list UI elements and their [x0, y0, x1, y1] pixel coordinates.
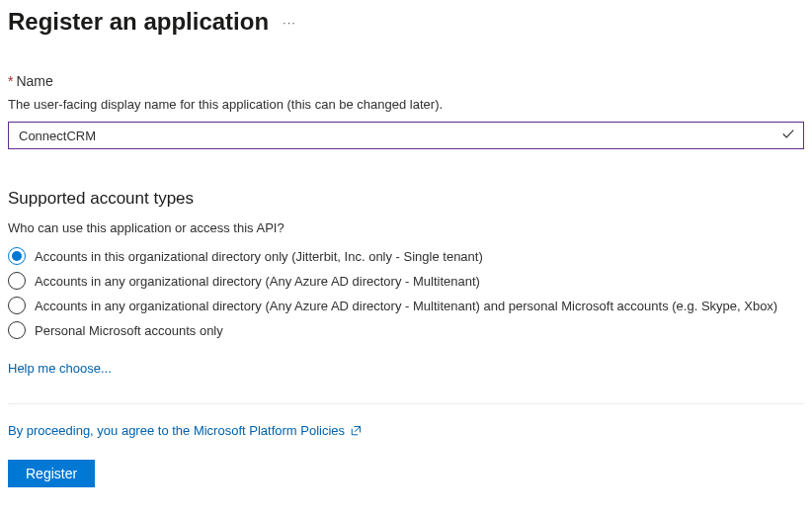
account-types-radio-group: Accounts in this organizational director…	[8, 247, 804, 339]
name-label-text: Name	[16, 73, 52, 89]
page-header: Register an application ···	[8, 8, 804, 36]
account-type-option-2[interactable]: Accounts in any organizational directory…	[8, 297, 804, 314]
radio-label: Accounts in any organizational directory…	[35, 274, 480, 289]
name-input[interactable]	[8, 122, 804, 149]
account-type-option-3[interactable]: Personal Microsoft accounts only	[8, 321, 804, 339]
more-icon[interactable]: ···	[283, 15, 296, 30]
radio-icon	[8, 321, 26, 339]
radio-icon	[8, 297, 26, 314]
help-me-choose-link[interactable]: Help me choose...	[8, 361, 112, 376]
radio-icon	[8, 247, 26, 265]
consent-row: By proceeding, you agree to the Microsof…	[8, 422, 804, 438]
platform-policies-link[interactable]: By proceeding, you agree to the Microsof…	[8, 423, 362, 438]
account-type-option-0[interactable]: Accounts in this organizational director…	[8, 247, 804, 265]
name-input-wrap	[8, 122, 804, 149]
radio-icon	[8, 272, 26, 290]
account-type-option-1[interactable]: Accounts in any organizational directory…	[8, 272, 804, 290]
radio-label: Personal Microsoft accounts only	[35, 323, 223, 338]
radio-label: Accounts in this organizational director…	[35, 249, 483, 264]
account-types-help: Who can use this application or access t…	[8, 220, 804, 235]
divider	[8, 403, 804, 404]
account-types-header: Supported account types	[8, 189, 804, 209]
name-field-help: The user-facing display name for this ap…	[8, 97, 804, 112]
consent-text: By proceeding, you agree to the Microsof…	[8, 423, 345, 438]
register-button[interactable]: Register	[8, 460, 95, 487]
external-link-icon	[350, 425, 362, 437]
name-field-label: *Name	[8, 73, 804, 89]
page-title: Register an application	[8, 8, 269, 36]
radio-label: Accounts in any organizational directory…	[35, 299, 777, 313]
